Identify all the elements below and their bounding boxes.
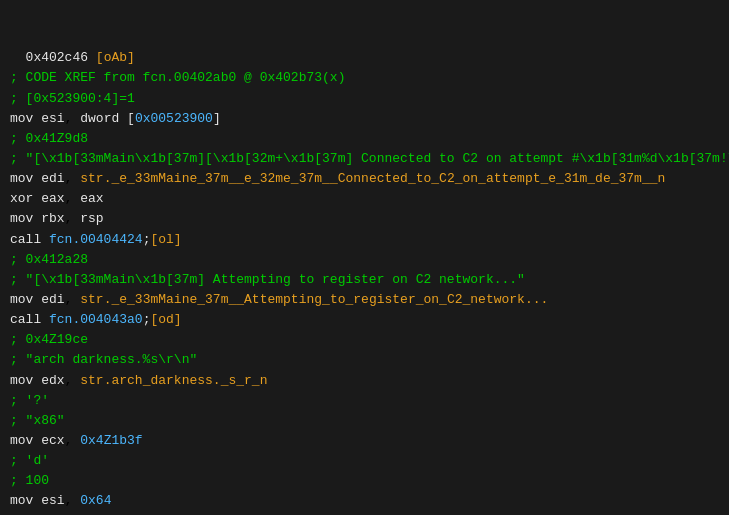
code-area: 0x402c46 [oAb]; CODE XREF from fcn.00402… [0, 0, 729, 515]
code-line: call fcn.00404424;[ol] [10, 230, 719, 250]
code-window[interactable]: 0x402c46 [oAb]; CODE XREF from fcn.00402… [0, 0, 729, 515]
code-line: mov edx, str.arch_darkness._s_r_n [10, 371, 719, 391]
code-line: ; [0x523900:4]=1 [10, 89, 719, 109]
code-line: ; 0x4Z19ce [10, 330, 719, 350]
code-line: mov edi, str._e_33mMaine_37m__e_32me_37m… [10, 169, 719, 189]
code-line: mov edi, str._e_33mMaine_37m__Attempting… [10, 290, 719, 310]
code-line: ; CODE XREF from fcn.00402ab0 @ 0x402b73… [10, 68, 719, 88]
code-line: call fcn.004043a0;[od] [10, 310, 719, 330]
code-line: ; "[\x1b[33mMain\x1b[37m] Attempting to … [10, 270, 719, 290]
code-line: ; '?' [10, 391, 719, 411]
code-line: mov rdi, rsp [10, 512, 719, 515]
code-line: 0x402c46 [oAb] [10, 48, 719, 68]
code-line: xor eax, eax [10, 189, 719, 209]
code-line: ; "arch darkness.%s\r\n" [10, 350, 719, 370]
code-line: mov ecx, 0x4Z1b3f [10, 431, 719, 451]
code-line: ; "[\x1b[33mMain\x1b[37m][\x1b[32m+\x1b[… [10, 149, 719, 169]
code-line: ; "x86" [10, 411, 719, 431]
code-line: ; 'd' [10, 451, 719, 471]
code-line: ; 100 [10, 471, 719, 491]
code-line: mov esi, dword [0x00523900] [10, 109, 719, 129]
code-line: ; 0x41Z9d8 [10, 129, 719, 149]
code-line: ; 0x412a28 [10, 250, 719, 270]
code-line: mov rbx, rsp [10, 209, 719, 229]
code-line: mov esi, 0x64 [10, 491, 719, 511]
